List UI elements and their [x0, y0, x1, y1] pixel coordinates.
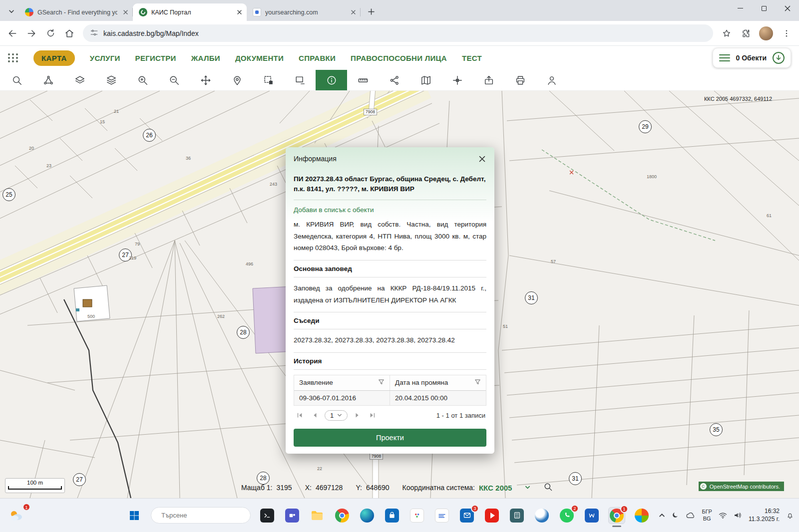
- export-tool-icon[interactable]: [473, 70, 504, 90]
- window-controls: [729, 0, 799, 16]
- wifi-icon[interactable]: [719, 512, 727, 519]
- address-bar[interactable]: kais.cadastre.bg/bg/Map/Index: [83, 24, 713, 42]
- window-maximize-button[interactable]: [752, 0, 776, 16]
- nav-registri[interactable]: РЕГИСТРИ: [135, 54, 176, 62]
- pagination-first-icon[interactable]: [295, 410, 305, 420]
- objects-list-button[interactable]: 0 Обекти: [713, 48, 791, 68]
- language-indicator[interactable]: БГР BG: [702, 509, 712, 523]
- filter-funnel-icon[interactable]: [378, 379, 385, 387]
- taskbar-app-hp[interactable]: [433, 507, 450, 524]
- taskbar-app-store[interactable]: [384, 507, 400, 524]
- dialog-close-button[interactable]: [476, 153, 487, 164]
- new-tab-button[interactable]: [365, 5, 378, 18]
- measure-tool-icon[interactable]: [347, 70, 379, 90]
- window-close-button[interactable]: [776, 0, 799, 16]
- filter-funnel-icon[interactable]: [474, 379, 481, 387]
- nav-zhalbi[interactable]: ЖАЛБИ: [191, 54, 220, 62]
- browser-tab-kais[interactable]: КАИС Портал: [133, 3, 247, 21]
- tray-onedrive-cloud-icon[interactable]: [686, 512, 695, 519]
- crs-dropdown-chevron-icon[interactable]: [525, 484, 530, 492]
- forward-icon[interactable]: [26, 28, 37, 39]
- taskbar-app-whatsapp[interactable]: 2: [558, 507, 575, 524]
- map-canvas[interactable]: 25 26 27 28 29 31 35 27 28 31 15 21 20 2…: [0, 91, 799, 498]
- statusbar-search-icon[interactable]: [543, 482, 553, 493]
- nav-spravki[interactable]: СПРАВКИ: [299, 54, 336, 62]
- nav-test[interactable]: ТЕСТ: [462, 54, 482, 62]
- pagination-prev-icon[interactable]: [310, 410, 320, 420]
- history-col-change-date: Дата на промяна: [395, 379, 448, 386]
- taskbar-app-teams[interactable]: [284, 507, 301, 524]
- taskbar-clock[interactable]: 16:32 11.3.2025 г.: [749, 508, 780, 523]
- taskbar-search[interactable]: [151, 507, 251, 524]
- layers-tool-icon[interactable]: [64, 70, 95, 90]
- taskbar-app-calculator[interactable]: [508, 507, 525, 524]
- tray-energy-moon-icon[interactable]: [672, 512, 679, 519]
- tray-chevron-up-icon[interactable]: [659, 512, 665, 519]
- print-tool-icon[interactable]: [504, 70, 536, 90]
- search-tool-icon[interactable]: [1, 70, 32, 90]
- cursor-coordinates: ККС 2005 4697332, 649112: [704, 96, 772, 102]
- nav-karta-button[interactable]: КАРТА: [33, 50, 75, 66]
- zoom-in-tool-icon[interactable]: [127, 70, 158, 90]
- browser-menu-kebab-icon[interactable]: [781, 28, 792, 39]
- pagination-last-icon[interactable]: [368, 410, 378, 420]
- taskbar-app-youtube[interactable]: [483, 507, 500, 524]
- pagination-next-icon[interactable]: [353, 410, 363, 420]
- nav-uslugi[interactable]: УСЛУГИ: [90, 54, 120, 62]
- taskbar-app-word[interactable]: [583, 507, 600, 524]
- weather-icon: [8, 510, 23, 522]
- bookmark-star-icon[interactable]: [721, 28, 732, 39]
- map-legend-tool-icon[interactable]: [410, 70, 441, 90]
- pagination-page-select[interactable]: 1: [325, 410, 348, 421]
- taskbar-app-ball[interactable]: [533, 507, 550, 524]
- select-area-tool-icon[interactable]: [253, 70, 284, 90]
- vertex-select-tool-icon[interactable]: [32, 70, 64, 90]
- taskbar-search-input[interactable]: [161, 512, 249, 519]
- deselect-area-tool-icon[interactable]: [284, 70, 316, 90]
- locate-tool-icon[interactable]: [221, 70, 253, 90]
- browser-tab-gsearch[interactable]: GSearch - Find everything you: [19, 3, 133, 21]
- taskbar-app-edge[interactable]: [359, 507, 376, 524]
- back-icon[interactable]: [7, 28, 18, 39]
- tab-close-icon[interactable]: [349, 8, 358, 16]
- taskbar-app-photos[interactable]: [633, 507, 650, 524]
- tab-close-icon[interactable]: [121, 8, 130, 16]
- x-value: 4697128: [316, 484, 343, 492]
- taskbar-app-chrome[interactable]: [334, 507, 351, 524]
- extensions-puzzle-icon[interactable]: [740, 28, 751, 39]
- reload-icon[interactable]: [45, 28, 56, 39]
- window-minimize-button[interactable]: [729, 0, 752, 16]
- browser-tab-yoursearching[interactable]: yoursearching.com: [247, 3, 361, 21]
- download-objects-icon[interactable]: [773, 52, 785, 64]
- site-settings-icon[interactable]: [90, 28, 98, 38]
- apps-grid-icon[interactable]: [8, 53, 18, 62]
- info-tool-icon[interactable]: [316, 70, 347, 90]
- taskbar-app-paint[interactable]: [408, 507, 425, 524]
- notification-bell-icon[interactable]: [786, 512, 794, 520]
- share-graph-tool-icon[interactable]: [379, 70, 410, 90]
- profile-avatar[interactable]: [759, 26, 773, 40]
- layers-order-tool-icon[interactable]: [95, 70, 127, 90]
- volume-icon[interactable]: [734, 512, 742, 519]
- taskbar-app-chrome-active[interactable]: 1: [608, 507, 625, 524]
- taskbar-app-mail[interactable]: 3: [458, 507, 475, 524]
- tab-search-chevron-icon[interactable]: [5, 5, 18, 18]
- home-icon[interactable]: [64, 28, 75, 39]
- zoom-out-tool-icon[interactable]: [158, 70, 190, 90]
- widgets-weather-button[interactable]: 1: [5, 506, 27, 526]
- parcel-number: 23: [46, 163, 51, 168]
- nav-dokumenti[interactable]: ДОКУМЕНТИ: [235, 54, 284, 62]
- history-table-row[interactable]: 09-306-07.01.2016 20.04.2015 00:00: [294, 391, 486, 405]
- pan-tool-icon[interactable]: [190, 70, 221, 90]
- add-to-objects-link[interactable]: Добави в списък с обекти: [294, 200, 486, 216]
- projects-button[interactable]: Проекти: [294, 429, 486, 447]
- snap-tool-icon[interactable]: [441, 70, 473, 90]
- objects-count: 0 Обекти: [736, 54, 767, 62]
- crs-value[interactable]: ККС 2005: [479, 484, 512, 492]
- start-button[interactable]: [126, 507, 143, 524]
- tab-close-icon[interactable]: [235, 8, 244, 16]
- nav-pravosposobni-lica[interactable]: ПРАВОСПОСОБНИ ЛИЦА: [351, 54, 447, 62]
- taskbar-app-terminal[interactable]: [259, 507, 276, 524]
- taskbar-app-file-explorer[interactable]: [309, 507, 326, 524]
- user-tool-icon[interactable]: [536, 70, 567, 90]
